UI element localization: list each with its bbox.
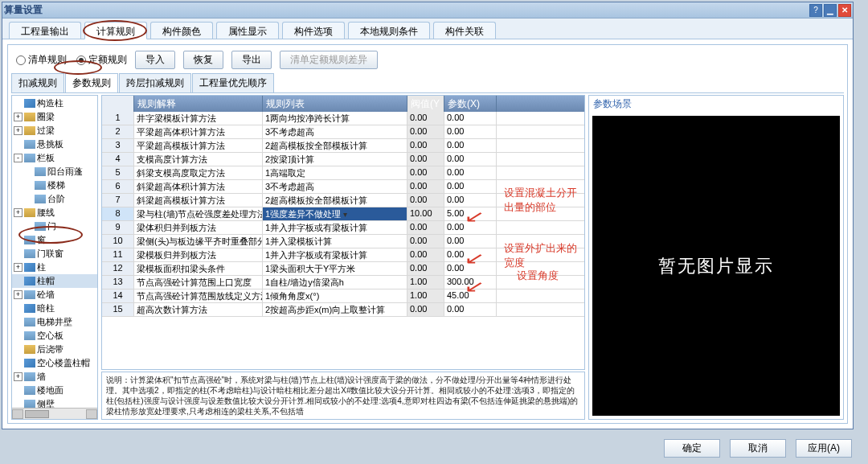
top-tab-4[interactable]: 构件选项 xyxy=(282,22,345,39)
cell-rule-list[interactable]: 1自柱/墙边y倍梁高h xyxy=(263,276,407,289)
tree-item-砼墙[interactable]: +砼墙 xyxy=(12,288,97,302)
cell-rule-list[interactable]: 1高端取定 xyxy=(263,166,407,179)
minimize-button[interactable]: ▁ xyxy=(824,4,837,17)
cell-explain: 平梁超高模板计算方法 xyxy=(134,139,263,152)
table-row[interactable]: 10梁侧(头)与板边缘平齐时重叠部分的1并入梁模板计算0.000.00 xyxy=(102,235,584,248)
tree-toggle-icon[interactable]: - xyxy=(14,154,23,162)
tree-item-过梁[interactable]: +过梁 xyxy=(12,124,97,138)
cell-param: 0.00 xyxy=(444,125,497,138)
cell-rule-list[interactable]: 1并入梁模板计算 xyxy=(263,235,407,248)
table-row[interactable]: 8梁与柱(墙)节点砼强度差处理方法1强度差异不做处理 ▾10.005.00 xyxy=(102,207,584,221)
table-row[interactable]: 4支模高度计算方法2按梁顶计算0.000.00 xyxy=(102,153,584,166)
diff-button[interactable]: 清单定额规则差异 xyxy=(280,51,378,69)
export-button[interactable]: 导出 xyxy=(231,51,272,69)
cell-explain: 超高次数计算方法 xyxy=(134,303,263,316)
tree-toggle-icon[interactable]: + xyxy=(14,126,23,135)
tree-item-门[interactable]: 门 xyxy=(12,220,97,233)
top-tab-1[interactable]: 计算规则 xyxy=(84,22,147,39)
table-body[interactable]: 1井字梁模板计算方法1两向均按净跨长计算0.000.002平梁超高体积计算方法3… xyxy=(102,112,584,317)
table-row[interactable]: 11梁模板归并到板方法1并入井字板或有梁板计算0.000.00 xyxy=(102,248,584,262)
tree-item-柱[interactable]: +柱 xyxy=(12,261,97,274)
cell-threshold: 0.00 xyxy=(407,303,444,316)
cell-explain: 梁侧(头)与板边缘平齐时重叠部分的 xyxy=(134,235,263,248)
tree-item-墙[interactable]: +墙 xyxy=(12,370,97,384)
tree-item-空心楼盖柱帽[interactable]: 空心楼盖柱帽 xyxy=(12,356,97,370)
table-row[interactable]: 14节点高强砼计算范围放线定义方法1倾角角度x(°)1.0045.00 xyxy=(102,289,584,303)
cell-num: 3 xyxy=(102,139,134,152)
cell-rule-list[interactable]: 1并入井字板或有梁板计算 xyxy=(263,221,407,234)
scroll-left-icon[interactable] xyxy=(12,409,23,419)
tree-item-圈梁[interactable]: +圈梁 xyxy=(12,110,97,124)
tree-toggle-icon[interactable]: + xyxy=(14,290,23,299)
cancel-button[interactable]: 取消 xyxy=(730,439,786,458)
tree-item-构造柱[interactable]: 构造柱 xyxy=(12,96,97,110)
cell-threshold: 1.00 xyxy=(407,276,444,289)
table-row[interactable]: 7斜梁超高模板计算方法2超高模板按全部模板计算0.000.00 xyxy=(102,194,584,207)
sub-tab-3[interactable]: 工程量优先顺序 xyxy=(192,73,274,92)
close-button[interactable]: ✕ xyxy=(838,4,851,17)
tree-toggle-icon[interactable]: + xyxy=(14,372,23,381)
top-tab-3[interactable]: 属性显示 xyxy=(216,22,279,39)
apply-button[interactable]: 应用(A) xyxy=(796,439,852,458)
scroll-right-icon[interactable] xyxy=(86,409,97,419)
sub-tab-1[interactable]: 参数规则 xyxy=(65,73,118,92)
cell-num: 9 xyxy=(102,221,134,234)
tree-item-柱帽[interactable]: 柱帽 xyxy=(12,274,97,288)
tree-item-电梯井壁[interactable]: 电梯井壁 xyxy=(12,315,97,329)
ok-button[interactable]: 确定 xyxy=(664,439,720,458)
cell-rule-list[interactable]: 2超高模板按全部模板计算 xyxy=(263,194,407,207)
tree-label: 暗柱 xyxy=(37,302,55,315)
tree-hscrollbar[interactable] xyxy=(12,408,97,419)
top-tab-5[interactable]: 本地规则条件 xyxy=(348,22,430,39)
tree-item-阳台雨蓬[interactable]: 阳台雨蓬 xyxy=(12,165,97,179)
import-button[interactable]: 导入 xyxy=(135,51,175,69)
cell-rule-list[interactable]: 2超高模板按全部模板计算 xyxy=(263,139,407,152)
top-tab-0[interactable]: 工程量输出 xyxy=(9,22,81,39)
cell-rule-list[interactable]: 1并入井字板或有梁板计算 xyxy=(263,248,407,261)
tree-label: 构造柱 xyxy=(37,96,63,110)
tree-list[interactable]: 构造柱+圈梁+过梁悬挑板-栏板阳台雨蓬楼梯台阶+腰线门窗门联窗+柱柱帽+砼墙暗柱… xyxy=(12,96,97,419)
tree-item-空心板[interactable]: 空心板 xyxy=(12,329,97,343)
tree-item-暗柱[interactable]: 暗柱 xyxy=(12,302,97,315)
cell-rule-list[interactable]: 1强度差异不做处理 ▾ xyxy=(263,207,407,220)
scroll-thumb[interactable] xyxy=(25,410,49,418)
tree-item-栏板[interactable]: -栏板 xyxy=(12,151,97,165)
radio-qingdan[interactable]: 清单规则 xyxy=(16,53,67,67)
table-row[interactable]: 1井字梁模板计算方法1两向均按净跨长计算0.000.00 xyxy=(102,112,584,125)
sub-tab-2[interactable]: 跨层扣减规则 xyxy=(119,73,191,92)
cell-rule-list[interactable]: 2按梁顶计算 xyxy=(263,153,407,166)
restore-button[interactable]: 恢复 xyxy=(183,51,223,69)
radio-dinge[interactable]: 定额规则 xyxy=(76,53,127,67)
tree-node-icon xyxy=(24,331,35,340)
tree-item-楼地面[interactable]: 楼地面 xyxy=(12,384,97,397)
table-row[interactable]: 12梁模板面积扣梁头条件1梁头面积大于Y平方米0.000.00 xyxy=(102,262,584,276)
cell-rule-list[interactable]: 3不考虑超高 xyxy=(263,180,407,193)
tree-item-楼梯[interactable]: 楼梯 xyxy=(12,179,97,192)
top-tab-6[interactable]: 构件关联 xyxy=(433,22,496,39)
table-row[interactable]: 2平梁超高体积计算方法3不考虑超高0.000.00 xyxy=(102,125,584,139)
cell-rule-list[interactable]: 1倾角角度x(°) xyxy=(263,289,407,302)
cell-rule-list[interactable]: 3不考虑超高 xyxy=(263,125,407,138)
chevron-down-icon[interactable]: ▾ xyxy=(341,210,347,219)
sub-tab-0[interactable]: 扣减规则 xyxy=(11,73,64,92)
tree-toggle-icon[interactable]: + xyxy=(14,113,23,121)
cell-rule-list[interactable]: 2按超高步距x(m)向上取整计算 xyxy=(263,303,407,316)
tree-toggle-icon[interactable]: + xyxy=(14,263,23,272)
tree-item-后浇带[interactable]: 后浇带 xyxy=(12,343,97,356)
tree-item-腰线[interactable]: +腰线 xyxy=(12,206,97,220)
table-row[interactable]: 13节点高强砼计算范围上口宽度1自柱/墙边y倍梁高h1.00300.00 xyxy=(102,276,584,289)
table-row[interactable]: 15超高次数计算方法2按超高步距x(m)向上取整计算0.000.00 xyxy=(102,303,584,317)
table-row[interactable]: 6斜梁超高体积计算方法3不考虑超高0.000.00 xyxy=(102,180,584,194)
table-row[interactable]: 9梁体积归并到板方法1并入井字板或有梁板计算0.000.00 xyxy=(102,221,584,235)
tree-item-窗[interactable]: 窗 xyxy=(12,233,97,247)
top-tab-2[interactable]: 构件颜色 xyxy=(150,22,213,39)
tree-item-台阶[interactable]: 台阶 xyxy=(12,192,97,206)
cell-rule-list[interactable]: 1梁头面积大于Y平方米 xyxy=(263,262,407,275)
tree-toggle-icon[interactable]: + xyxy=(14,208,23,217)
cell-rule-list[interactable]: 1两向均按净跨长计算 xyxy=(263,112,407,125)
table-row[interactable]: 5斜梁支模高度取定方法1高端取定0.000.00 xyxy=(102,166,584,180)
tree-item-门联窗[interactable]: 门联窗 xyxy=(12,247,97,261)
tree-item-悬挑板[interactable]: 悬挑板 xyxy=(12,138,97,151)
table-row[interactable]: 3平梁超高模板计算方法2超高模板按全部模板计算0.000.00 xyxy=(102,139,584,153)
help-button[interactable]: ? xyxy=(809,4,822,17)
